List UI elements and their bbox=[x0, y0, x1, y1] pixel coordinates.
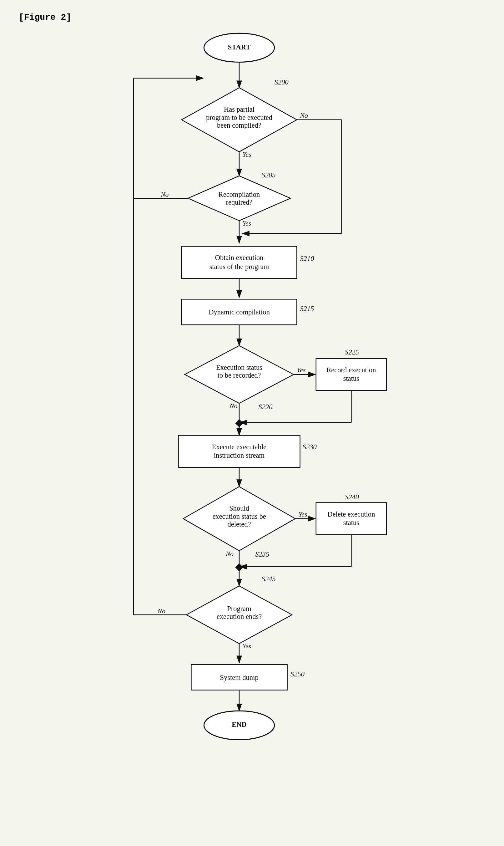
s230-step-label: S230 bbox=[303, 443, 317, 451]
s210-text1: Obtain execution bbox=[215, 254, 263, 262]
s200-step-label: S200 bbox=[274, 78, 289, 86]
s245-text1: Program bbox=[227, 605, 251, 613]
s230-text2: instruction stream bbox=[214, 452, 265, 459]
s240-text2: status bbox=[343, 519, 359, 527]
s200-yes-label: Yes bbox=[242, 151, 251, 158]
s200-no-label: No bbox=[300, 112, 308, 119]
figure-label: [Figure 2] bbox=[19, 13, 485, 22]
s200-text-line3: been compiled? bbox=[217, 121, 262, 129]
s220-text2: to be recorded? bbox=[218, 371, 261, 379]
s235-text2: execution status be bbox=[212, 512, 266, 520]
svg-marker-24 bbox=[235, 419, 243, 427]
end-label: END bbox=[232, 721, 247, 728]
start-label: START bbox=[228, 43, 251, 51]
s240-text1: Delete execution bbox=[327, 510, 375, 518]
s210-text2: status of the program bbox=[210, 263, 269, 271]
s245-yes-label: Yes bbox=[242, 642, 251, 650]
s220-yes-label: Yes bbox=[297, 366, 305, 374]
s235-no-label: No bbox=[226, 550, 234, 558]
svg-rect-12 bbox=[182, 246, 297, 278]
s225-text1: Record execution bbox=[326, 366, 376, 374]
svg-marker-33 bbox=[235, 563, 243, 571]
s245-no-label: No bbox=[157, 607, 165, 615]
s220-text1: Execution status bbox=[216, 364, 262, 371]
s225-step-label: S225 bbox=[345, 348, 359, 356]
s235-text3: deleted? bbox=[228, 520, 251, 528]
s205-yes-label: Yes bbox=[242, 219, 251, 227]
s225-text2: status bbox=[343, 374, 359, 382]
s240-step-label: S240 bbox=[345, 493, 359, 501]
s200-text-line1: Has partial bbox=[224, 105, 254, 113]
s235-step-label: S235 bbox=[255, 550, 269, 558]
s205-step-label: S205 bbox=[262, 171, 276, 179]
s200-text-line2: program to be executed bbox=[206, 113, 272, 121]
s205-text: Recompilation bbox=[218, 191, 260, 198]
s235-text1: Should bbox=[229, 504, 249, 512]
s245-step-label: S245 bbox=[262, 575, 276, 583]
flowchart-svg: START S200 Has partial program to be exe… bbox=[80, 29, 424, 829]
s215-step-label: S215 bbox=[300, 305, 314, 313]
s250-text: System dump bbox=[220, 674, 258, 682]
s205-text2: required? bbox=[226, 198, 253, 206]
s250-step-label: S250 bbox=[290, 670, 305, 678]
s230-text1: Execute executable bbox=[212, 443, 266, 451]
s205-no-label: No bbox=[160, 191, 168, 198]
s235-yes-label: Yes bbox=[298, 511, 307, 518]
s215-text: Dynamic compilation bbox=[209, 308, 270, 316]
s245-text2: execution ends? bbox=[217, 613, 262, 620]
page: [Figure 2] START S200 Has partial p bbox=[0, 0, 504, 846]
s210-step-label: S210 bbox=[300, 255, 314, 263]
s220-step-label: S220 bbox=[258, 403, 272, 411]
s220-no-label: No bbox=[229, 402, 237, 409]
flowchart-container: START S200 Has partial program to be exe… bbox=[80, 29, 424, 829]
